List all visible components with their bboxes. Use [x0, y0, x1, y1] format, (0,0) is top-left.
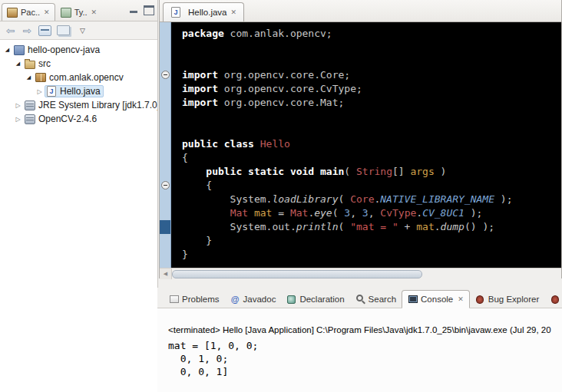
- fold-collapse-icon[interactable]: [161, 71, 170, 79]
- console-icon: [408, 295, 418, 304]
- link-with-editor-icon[interactable]: [57, 25, 70, 35]
- library-icon: [25, 114, 35, 124]
- view-tab-label: Ty..: [74, 8, 88, 17]
- close-icon[interactable]: ✕: [44, 8, 50, 16]
- project-tree: ◢hello-opencv-java◢src◢com.anlak.opencv▷…: [0, 40, 157, 126]
- tree-item-com-anlak-opencv[interactable]: ◢com.anlak.opencv: [0, 71, 157, 84]
- fold-collapse-icon[interactable]: [161, 181, 170, 189]
- java-file-icon: J: [171, 7, 180, 18]
- expand-arrow-icon[interactable]: ▷: [13, 116, 23, 123]
- bug-icon: [550, 295, 560, 304]
- close-icon[interactable]: ✕: [231, 8, 237, 16]
- view-tab-header: Pac..✕Ty..✕: [0, 0, 157, 21]
- code-line[interactable]: {: [182, 151, 561, 165]
- collapse-arrow-icon[interactable]: ◢: [24, 74, 34, 81]
- code-line[interactable]: [182, 124, 561, 137]
- type-hierarchy-icon: [61, 8, 71, 18]
- horizontal-scrollbar[interactable]: ◀: [160, 268, 561, 279]
- forward-icon[interactable]: ⇨: [21, 25, 33, 37]
- view-menu-icon[interactable]: ▽: [77, 25, 88, 37]
- tab-javadoc[interactable]: @Javadoc: [225, 291, 282, 308]
- tab-problems[interactable]: Problems: [164, 291, 225, 308]
- code-line[interactable]: {: [182, 179, 561, 193]
- code-line[interactable]: [182, 54, 561, 68]
- tree-item-src[interactable]: ◢src: [0, 57, 157, 71]
- code-line[interactable]: public class Hello: [182, 137, 561, 151]
- console-title: <terminated> Hello [Java Application] C:…: [168, 325, 562, 334]
- bug-icon: [475, 295, 485, 304]
- declaration-icon: [286, 295, 296, 304]
- code-line[interactable]: System.loadLibrary( Core.NATIVE_LIBRARY_…: [182, 193, 561, 206]
- expand-arrow-icon[interactable]: ▷: [35, 88, 45, 95]
- tab-declaration[interactable]: Declaration: [281, 291, 349, 308]
- view-tab-label: Pac..: [21, 8, 40, 17]
- console-output[interactable]: mat = [1, 0, 0; 0, 1, 0; 0, 0, 1]: [168, 339, 562, 378]
- collapse-all-icon[interactable]: [38, 25, 51, 36]
- view-tab-pac[interactable]: Pac..✕: [2, 3, 55, 21]
- tree-item-label: src: [38, 58, 51, 69]
- code-line[interactable]: }: [182, 248, 561, 262]
- code-line[interactable]: import org.opencv.core.CvType;: [182, 82, 561, 96]
- cursor-line-marker: [160, 220, 170, 234]
- search-icon: [355, 295, 365, 304]
- tab-bug-explorer[interactable]: Bug Explorer: [470, 291, 544, 308]
- editor-tab-label: Hello.java: [188, 8, 227, 17]
- code-line[interactable]: Mat mat = Mat.eye( 3, 3, CvType.CV_8UC1 …: [182, 206, 561, 220]
- tree-item-label: JRE System Library [jdk1.7.0_25]: [38, 100, 158, 110]
- editor-tab-hello-java[interactable]: J Hello.java ✕: [163, 2, 244, 21]
- tree-item-selection: JHello.java: [45, 85, 104, 97]
- expand-arrow-icon[interactable]: ▷: [13, 102, 23, 109]
- tab-label: Console: [421, 295, 453, 304]
- tree-item-selection: hello-opencv-java: [12, 44, 103, 56]
- tree-item-hello-opencv-java[interactable]: ◢hello-opencv-java: [0, 43, 157, 57]
- editor-tab-strip: J Hello.java ✕: [160, 0, 561, 22]
- tree-item-label: hello-opencv-java: [28, 44, 100, 55]
- tab-bug[interactable]: Bug: [544, 291, 562, 308]
- scrollbar-thumb[interactable]: [172, 270, 422, 278]
- back-icon[interactable]: ⇦: [5, 25, 16, 37]
- code-line[interactable]: }: [182, 234, 561, 248]
- project-icon: [14, 45, 25, 55]
- tree-item-jre-system-library-jdk1-7-0-25[interactable]: ▷JRE System Library [jdk1.7.0_25]: [0, 98, 157, 112]
- tab-console[interactable]: Console✕: [402, 290, 470, 308]
- tab-label: Declaration: [299, 295, 344, 304]
- code-line[interactable]: [182, 110, 561, 124]
- java-file-icon: J: [47, 86, 56, 97]
- tab-search[interactable]: Search: [350, 291, 402, 308]
- tree-item-label: Hello.java: [60, 86, 101, 97]
- tree-item-label: com.anlak.opencv: [49, 72, 124, 83]
- scroll-left-icon[interactable]: ◀: [160, 268, 172, 279]
- package-icon: [35, 73, 46, 82]
- code-line[interactable]: import org.opencv.core.Core;: [182, 68, 561, 82]
- code-line[interactable]: [182, 41, 561, 54]
- tree-item-selection: JRE System Library [jdk1.7.0_25]: [23, 99, 158, 111]
- tab-label: Problems: [182, 295, 220, 304]
- view-tab-ty[interactable]: Ty..✕: [55, 3, 102, 21]
- tab-label: Search: [369, 295, 396, 304]
- editor-gutter[interactable]: [160, 22, 171, 268]
- tree-item-label: OpenCV-2.4.6: [38, 114, 97, 124]
- collapse-arrow-icon[interactable]: ◢: [2, 47, 12, 53]
- maximize-icon[interactable]: [144, 5, 154, 15]
- close-icon[interactable]: ✕: [458, 295, 464, 303]
- code-line[interactable]: System.out.println( "mat = " + mat.dump(…: [182, 220, 561, 234]
- code-editor[interactable]: package com.anlak.opencv;import org.open…: [160, 22, 561, 268]
- package-explorer-panel: Pac..✕Ty..✕ ⇦⇨▽ ◢hello-opencv-java◢src◢c…: [0, 0, 158, 392]
- close-icon[interactable]: ✕: [91, 8, 98, 16]
- tree-item-hello-java[interactable]: ▷JHello.java: [0, 84, 157, 98]
- eclipse-window: Pac..✕Ty..✕ ⇦⇨▽ ◢hello-opencv-java◢src◢c…: [0, 0, 562, 392]
- editor-area: J Hello.java ✕ package com.anlak.opencv;…: [159, 0, 562, 278]
- tab-label: Bug Explorer: [488, 295, 539, 304]
- panel-window-buttons: [129, 5, 154, 15]
- tree-item-selection: com.anlak.opencv: [34, 71, 127, 84]
- collapse-arrow-icon[interactable]: ◢: [13, 61, 23, 67]
- code-line[interactable]: package com.anlak.opencv;: [182, 27, 561, 41]
- code-line[interactable]: public static void main( String[] args ): [182, 165, 561, 179]
- source-folder-icon: [25, 61, 35, 69]
- tab-label: Javadoc: [243, 295, 276, 304]
- tree-item-opencv-2-4-6[interactable]: ▷OpenCV-2.4.6: [0, 112, 157, 126]
- package-explorer-toolbar: ⇦⇨▽: [0, 21, 157, 40]
- code-line[interactable]: import org.opencv.core.Mat;: [182, 96, 561, 110]
- minimize-icon[interactable]: [129, 5, 138, 14]
- library-icon: [25, 100, 35, 110]
